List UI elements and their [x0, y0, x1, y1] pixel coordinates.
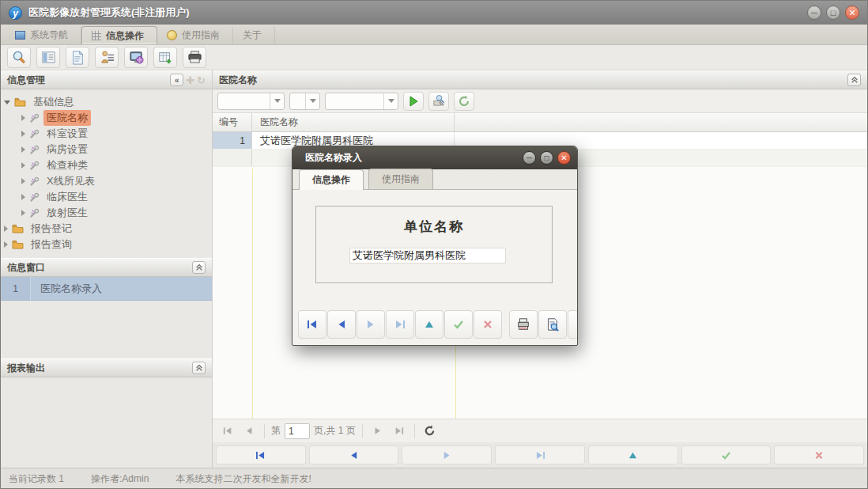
search-edit-icon [432, 94, 446, 108]
unit-name-groupbox: 单位名称 [315, 206, 553, 283]
tool-icon [29, 161, 40, 171]
prev-record-button[interactable] [327, 310, 356, 339]
chevron-down-icon [270, 93, 284, 109]
grid-icon [92, 31, 101, 40]
tab-user-guide[interactable]: 使用指南 [157, 26, 233, 44]
collapse-up-icon[interactable] [192, 261, 206, 274]
cancel-record-button[interactable] [774, 445, 864, 464]
dialog-minimize-button[interactable]: ─ [523, 151, 536, 165]
dialog-tab-info-operation[interactable]: 信息操作 [299, 169, 364, 190]
dialog-body: 单位名称 [292, 190, 577, 320]
print-preview-button[interactable] [538, 310, 567, 339]
page-number-input[interactable] [285, 423, 310, 439]
insert-record-button[interactable] [415, 310, 443, 339]
expand-arrow-icon[interactable] [21, 115, 25, 121]
expand-arrow-icon[interactable] [21, 131, 25, 137]
run-icon [407, 95, 420, 108]
dialog-tab-user-guide[interactable]: 使用指南 [368, 169, 433, 189]
prev-record-button[interactable] [309, 445, 399, 464]
monitor-globe-button[interactable] [124, 47, 148, 68]
tree-node-hospital-name[interactable]: 医院名称 [4, 110, 209, 126]
tab-about[interactable]: 关于 [233, 26, 275, 44]
close-button[interactable]: ✕ [845, 6, 859, 20]
info-window-list: 1 医院名称录入 [1, 277, 212, 358]
tree-node-ward[interactable]: 病房设置 [4, 142, 209, 157]
tree-label: 放射医生 [43, 205, 91, 221]
collapse-up-icon[interactable] [847, 74, 861, 86]
tree-label: 报告登记 [28, 221, 75, 237]
tab-system-nav[interactable]: 系统导航 [6, 26, 81, 44]
dialog-title: 医院名称录入 [305, 151, 362, 165]
tree-node-report-query[interactable]: 报告查询 [4, 237, 209, 252]
dialog-tabbar: 信息操作 使用指南 [292, 169, 577, 190]
expand-arrow-icon[interactable] [4, 226, 8, 232]
filter-value-select[interactable] [325, 93, 398, 110]
print-button[interactable] [509, 310, 538, 339]
tree-node-base-info[interactable]: 基础信息 [4, 94, 209, 110]
expand-arrow-icon[interactable] [4, 100, 10, 104]
expand-arrow-icon[interactable] [4, 241, 8, 248]
first-page-icon[interactable] [219, 423, 236, 440]
minimize-button[interactable]: ─ [807, 6, 821, 20]
user-settings-button[interactable] [95, 47, 119, 68]
expand-arrow-icon[interactable] [21, 162, 25, 169]
folder-icon [12, 240, 24, 249]
dialog-close-button[interactable]: ✕ [557, 151, 571, 165]
tree-node-department[interactable]: 科室设置 [4, 126, 209, 142]
column-header-hospital-name[interactable]: 医院名称 [252, 113, 455, 131]
printer-button[interactable] [183, 47, 206, 68]
post-record-button[interactable] [444, 310, 473, 339]
next-record-button[interactable] [402, 445, 492, 464]
tree-node-xray-findings[interactable]: X线所见表 [4, 173, 209, 189]
tree-node-report-register[interactable]: 报告登记 [4, 221, 209, 237]
collapse-left-icon[interactable]: « [170, 74, 183, 86]
search-edit-button[interactable] [428, 92, 449, 111]
first-record-button[interactable] [298, 310, 326, 339]
report-output-header: 报表输出 [1, 358, 212, 377]
form-view-icon [41, 50, 56, 65]
tree-node-clinical-doctor[interactable]: 临床医生 [4, 189, 209, 205]
table-add-button[interactable] [153, 47, 177, 68]
tree-label: 基础信息 [30, 94, 77, 110]
printer-icon [187, 50, 202, 65]
tool-icon [29, 176, 40, 187]
last-record-button[interactable] [495, 445, 585, 464]
last-record-button[interactable] [386, 310, 414, 339]
cancel-record-button[interactable] [474, 310, 502, 339]
filter-field-select[interactable] [217, 93, 285, 110]
info-window-row[interactable]: 1 医院名称录入 [1, 277, 212, 301]
next-record-button[interactable] [357, 310, 385, 339]
expand-arrow-icon[interactable] [21, 210, 25, 216]
document-button[interactable] [66, 47, 89, 68]
search-button[interactable] [7, 47, 31, 68]
insert-record-button[interactable] [588, 445, 678, 464]
clipped-button[interactable] [568, 310, 578, 339]
tree-node-radiologist[interactable]: 放射医生 [4, 205, 209, 221]
dialog-titlebar[interactable]: 医院名称录入 ─ □ ✕ [292, 146, 577, 169]
column-header-number[interactable]: 编号 [213, 113, 252, 131]
run-query-button[interactable] [403, 92, 424, 111]
refresh-grid-icon[interactable] [421, 423, 439, 440]
tab-label: 信息操作 [106, 29, 144, 43]
form-view-button[interactable] [36, 47, 60, 68]
document-icon [70, 51, 85, 65]
folder-icon [14, 97, 26, 107]
collapse-up-icon[interactable] [192, 362, 206, 374]
expand-arrow-icon[interactable] [21, 178, 25, 184]
tree-node-exam-type[interactable]: 检查种类 [4, 157, 209, 173]
filter-operator-select[interactable] [289, 93, 320, 110]
expand-arrow-icon[interactable] [21, 146, 25, 153]
report-output-body [1, 377, 212, 468]
maximize-button[interactable]: □ [826, 6, 840, 20]
tab-info-operation[interactable]: 信息操作 [81, 26, 157, 44]
unit-name-input[interactable] [349, 248, 506, 263]
post-record-button[interactable] [681, 445, 772, 464]
refresh-button[interactable] [454, 92, 474, 111]
prev-page-icon[interactable] [240, 423, 258, 440]
next-page-icon[interactable] [369, 423, 387, 440]
expand-arrow-icon[interactable] [21, 194, 25, 200]
chevron-down-icon [383, 93, 398, 109]
dialog-maximize-button[interactable]: □ [540, 151, 553, 165]
first-record-button[interactable] [216, 445, 306, 464]
last-page-icon[interactable] [391, 423, 408, 440]
